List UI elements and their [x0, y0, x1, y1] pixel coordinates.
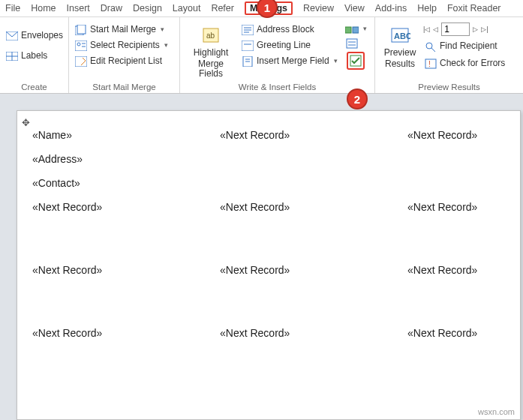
group-start-mail-merge: Start Mail Merge ▾ Select Recipients ▾ E…	[69, 17, 180, 93]
document-page[interactable]: ✥ «Name» «Next Record» «Next Record» «Ad…	[17, 110, 521, 420]
update-labels-button[interactable]	[347, 52, 365, 70]
field-next-record: «Next Record»	[220, 201, 407, 213]
address-block-label: Address Block	[257, 23, 314, 36]
highlight-l2: Merge Fields	[188, 59, 234, 79]
svg-rect-34	[425, 59, 436, 68]
svg-rect-26	[347, 39, 357, 48]
tab-addins[interactable]: Add-ins	[370, 2, 412, 15]
match-fields-button[interactable]	[345, 38, 367, 49]
tab-draw[interactable]: Draw	[95, 2, 128, 15]
group-preview-results: ABC Preview Results |◁ ◁ ▷ ▷| Find Rec	[375, 17, 523, 93]
envelopes-label: Envelopes	[21, 29, 63, 42]
insert-merge-field-button[interactable]: Insert Merge Field ▾	[240, 54, 339, 68]
svg-text:ab: ab	[206, 32, 215, 40]
envelopes-button[interactable]: Envelopes	[5, 28, 64, 43]
start-mail-merge-button[interactable]: Start Mail Merge ▾	[74, 22, 175, 37]
svg-rect-5	[77, 25, 86, 34]
tab-review[interactable]: Review	[298, 2, 339, 15]
svg-rect-6	[75, 40, 87, 51]
insert-merge-field-icon	[242, 56, 254, 67]
record-number-input[interactable]	[441, 22, 470, 36]
find-recipient-button[interactable]: Find Recipient	[423, 39, 506, 53]
callout-1: 1	[257, 0, 278, 18]
callout-2: 2	[347, 88, 368, 110]
tab-layout[interactable]: Layout	[167, 2, 206, 15]
field-next-record: «Next Record»	[407, 264, 505, 276]
highlight-merge-fields-button[interactable]: ab Highlight Merge Fields	[185, 20, 237, 80]
tab-home[interactable]: Home	[26, 2, 61, 15]
field-next-record: «Next Record»	[220, 327, 407, 339]
record-nav: |◁ ◁ ▷ ▷|	[423, 22, 506, 36]
svg-rect-25	[353, 27, 359, 33]
caret-icon: ▾	[161, 23, 164, 36]
field-next-record: «Next Record»	[407, 129, 505, 141]
svg-point-7	[77, 43, 80, 46]
prev-record-button[interactable]: ◁	[433, 26, 438, 33]
labels-label: Labels	[21, 50, 47, 62]
svg-line-12	[81, 61, 86, 65]
tab-insert[interactable]: Insert	[62, 2, 95, 15]
group-write-insert: ab Highlight Merge Fields Address Block …	[180, 17, 375, 93]
label-grid: «Name» «Next Record» «Next Record» «Addr…	[32, 129, 505, 339]
address-block-icon	[242, 25, 254, 35]
field-next-record: «Next Record»	[407, 327, 505, 339]
field-next-record: «Next Record»	[32, 264, 220, 276]
field-contact: «Contact»	[32, 177, 220, 189]
highlight-l1: Highlight	[194, 48, 229, 58]
mail-merge-icon	[75, 25, 87, 35]
field-address: «Address»	[32, 153, 220, 165]
tab-references[interactable]: Refer	[206, 2, 239, 15]
check-errors-icon: !	[425, 58, 437, 69]
caret-icon: ▾	[334, 55, 338, 68]
check-errors-label: Check for Errors	[440, 57, 505, 70]
document-area: ✥ «Name» «Next Record» «Next Record» «Ad…	[0, 94, 523, 420]
ribbon-tabs: File Home Insert Draw Design Layout Refe…	[0, 0, 523, 16]
greeting-line-label: Greeting Line	[257, 39, 311, 52]
field-next-record: «Next Record»	[32, 327, 220, 339]
preview-l1: Preview	[384, 48, 416, 58]
select-recipients-label: Select Recipients	[90, 39, 160, 52]
address-block-button[interactable]: Address Block	[240, 22, 339, 37]
tab-design[interactable]: Design	[128, 2, 167, 15]
field-next-record: «Next Record»	[220, 129, 407, 141]
preview-results-icon: ABC	[389, 24, 410, 46]
tab-foxit[interactable]: Foxit Reader	[442, 2, 506, 15]
greeting-line-button[interactable]: Greeting Line	[240, 38, 339, 52]
field-next-record: «Next Record»	[407, 201, 505, 213]
edit-recipients-icon	[75, 56, 87, 67]
first-record-button[interactable]: |◁	[423, 26, 430, 33]
edit-recipient-list-button[interactable]: Edit Recipient List	[74, 54, 175, 68]
caret-icon: ▾	[164, 39, 168, 52]
highlight-icon: ab	[201, 24, 221, 46]
edit-recipient-list-label: Edit Recipient List	[90, 55, 162, 68]
svg-line-33	[431, 48, 435, 52]
select-recipients-icon	[75, 40, 87, 51]
labels-icon	[6, 52, 18, 61]
find-recipient-icon	[425, 41, 437, 52]
next-record-button[interactable]: ▷	[473, 26, 478, 33]
insert-merge-field-label: Insert Merge Field	[257, 55, 329, 68]
labels-button[interactable]: Labels	[5, 49, 64, 63]
update-labels-icon	[350, 55, 362, 67]
tab-file[interactable]: File	[0, 2, 26, 15]
match-fields-icon	[345, 38, 359, 49]
check-errors-button[interactable]: ! Check for Errors	[423, 56, 506, 70]
rules-button[interactable]: ▾	[345, 22, 367, 35]
field-next-record: «Next Record»	[32, 201, 220, 213]
select-recipients-button[interactable]: Select Recipients ▾	[74, 38, 175, 52]
svg-rect-24	[345, 27, 351, 33]
envelope-icon	[6, 32, 18, 40]
group-preview-label: Preview Results	[380, 81, 518, 92]
preview-results-button[interactable]: ABC Preview Results	[380, 20, 420, 70]
field-next-record: «Next Record»	[220, 264, 407, 276]
table-anchor-icon[interactable]: ✥	[22, 117, 30, 128]
tab-view[interactable]: View	[339, 2, 370, 15]
svg-text:ABC: ABC	[394, 32, 410, 40]
greeting-line-icon	[242, 40, 254, 51]
group-write-label: Write & Insert Fields	[185, 81, 370, 92]
last-record-button[interactable]: ▷|	[481, 26, 488, 33]
tab-help[interactable]: Help	[412, 2, 442, 15]
ribbon: Envelopes Labels Create Start Mail Merge…	[0, 16, 523, 94]
start-mail-merge-label: Start Mail Merge	[90, 23, 156, 36]
rules-icon	[345, 24, 359, 34]
